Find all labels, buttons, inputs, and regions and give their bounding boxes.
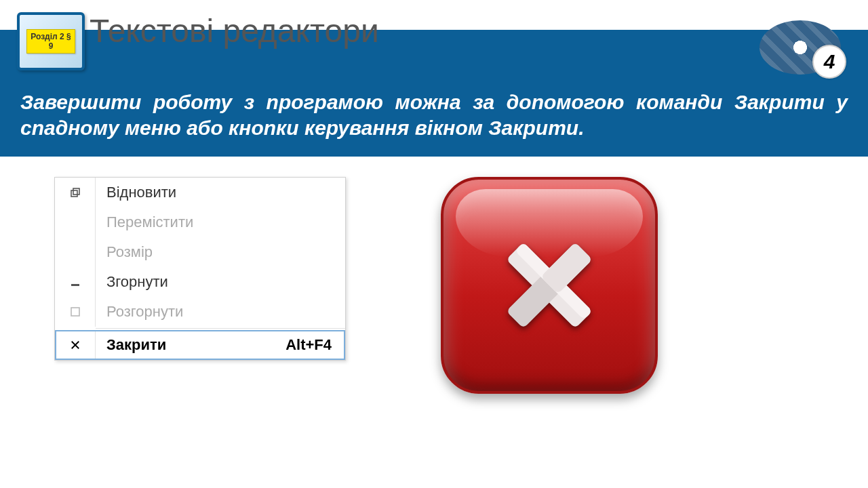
menu-separator <box>96 328 345 329</box>
close-icon <box>55 330 96 360</box>
close-x-icon <box>488 224 610 346</box>
monitor-icon: Розділ 2 § 9 <box>17 12 85 70</box>
chapter-label: Розділ 2 § 9 <box>26 29 75 54</box>
menu-item-restore[interactable]: Відновити <box>55 178 345 207</box>
menu-item-maximize[interactable]: Розгорнути <box>55 297 345 327</box>
close-window-button[interactable] <box>441 177 658 394</box>
menu-label: Розгорнути <box>96 303 345 321</box>
menu-label: Закрити <box>96 336 285 354</box>
minimize-icon <box>55 267 96 297</box>
menu-item-size[interactable]: Розмір <box>55 237 345 267</box>
slide-header: Розділ 2 § 9 Текстові редактори 4 <box>0 0 868 81</box>
svg-rect-1 <box>73 188 79 195</box>
content-area: Відновити Перемістити Розмір Згорнути Ро… <box>0 157 868 394</box>
menu-item-minimize[interactable]: Згорнути <box>55 267 345 297</box>
menu-label: Згорнути <box>96 273 345 291</box>
slide-number: 4 <box>812 45 846 79</box>
svg-rect-3 <box>71 308 79 316</box>
slide-number-badge: 4 <box>760 20 841 75</box>
svg-rect-2 <box>71 284 79 286</box>
menu-label: Відновити <box>96 184 345 201</box>
menu-item-move[interactable]: Перемістити <box>55 207 345 237</box>
menu-label: Перемістити <box>96 214 345 231</box>
maximize-icon <box>55 297 96 327</box>
menu-item-close[interactable]: Закрити Alt+F4 <box>55 330 345 360</box>
blank-icon <box>55 207 96 237</box>
restore-icon <box>55 178 96 207</box>
window-control-menu: Відновити Перемістити Розмір Згорнути Ро… <box>54 177 346 361</box>
body-text: Завершити роботу з програмою можна за до… <box>0 81 868 157</box>
slide-title: Текстові редактори <box>90 12 379 49</box>
svg-rect-0 <box>71 190 77 197</box>
menu-label: Розмір <box>96 243 345 261</box>
menu-shortcut: Alt+F4 <box>285 336 345 354</box>
blank-icon <box>55 237 96 267</box>
